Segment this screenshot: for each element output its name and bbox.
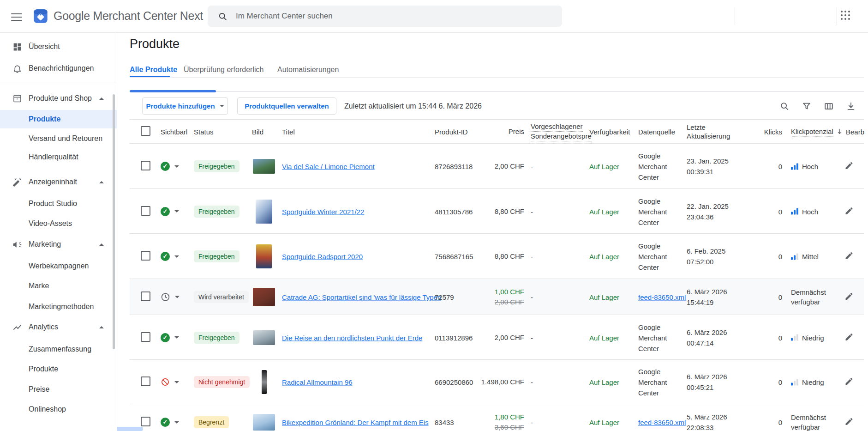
sidebar-item-uebersicht[interactable]: Übersicht <box>0 37 117 56</box>
sidebar-group-marketing[interactable]: Marketing <box>0 235 117 254</box>
search-bar[interactable] <box>208 6 562 27</box>
tab-automatisierungen[interactable]: Automatisierungen <box>277 62 339 78</box>
visibility-cell: ✓ <box>161 333 190 342</box>
feed-link[interactable]: feed-83650.xml <box>638 293 686 301</box>
menu-icon[interactable] <box>11 11 22 21</box>
product-image[interactable] <box>253 288 275 306</box>
sidebar-group-analytics[interactable]: Analytics <box>0 318 117 336</box>
tabs-bottom-border <box>130 77 864 78</box>
download-button[interactable] <box>845 100 857 112</box>
product-image[interactable] <box>256 200 272 224</box>
header-price: Preis <box>461 127 524 137</box>
sidebar-item-analytics-produkte[interactable]: Produkte <box>0 360 117 378</box>
availability: Auf Lager <box>589 334 635 341</box>
sidebar-item-preise[interactable]: Preise <box>0 380 117 399</box>
sidebar-item-produkte[interactable]: Produkte <box>0 110 117 128</box>
product-title-link[interactable]: Radical Allmountain 96 <box>282 378 353 386</box>
chevron-down-icon[interactable] <box>174 336 179 339</box>
select-all-checkbox[interactable] <box>141 126 150 136</box>
add-products-button[interactable]: Produkte hinzufügen <box>142 97 228 115</box>
sidebar-item-haendlerqualitaet[interactable]: Händlerqualität <box>0 148 117 166</box>
pencil-icon <box>844 251 854 261</box>
sidebar-item-marke[interactable]: Marke <box>0 277 117 295</box>
visibility-cell: ✓ <box>161 162 190 171</box>
sidebar-group-produkte-und-shop[interactable]: Produkte und Shop <box>0 89 117 108</box>
product-title-link[interactable]: Catrade AG: Sportartikel sind 'was für l… <box>282 293 441 301</box>
row-checkbox[interactable] <box>141 206 150 216</box>
row-checkbox[interactable] <box>141 417 150 426</box>
chevron-down-icon[interactable] <box>174 381 179 383</box>
line-chart-icon <box>12 322 22 332</box>
product-image[interactable] <box>253 330 275 345</box>
potential-bars-icon <box>791 253 798 260</box>
feed-link[interactable]: feed-83650.xml <box>638 419 686 426</box>
product-title-link[interactable]: Bikexpedition Grönland: Der Kampf mit de… <box>282 419 429 426</box>
tab-alle-produkte[interactable]: Alle Produkte <box>130 62 177 78</box>
manage-product-sources-button[interactable]: Produktquellen verwalten <box>237 97 336 115</box>
sidebar-group-anzeigeninhalt[interactable]: Anzeigeninhalt <box>0 173 117 191</box>
edit-button[interactable] <box>844 206 858 217</box>
product-title-link[interactable]: Via del Sale / Limone Piemont <box>282 163 375 170</box>
chevron-down-icon[interactable] <box>174 165 179 168</box>
tab-ueberpruefung-erforderlich[interactable]: Überprüfung erforderlich <box>184 62 263 78</box>
row-checkbox[interactable] <box>141 291 150 301</box>
edit-button[interactable] <box>844 332 858 343</box>
merchant-center-app: Google Merchant Center Next Übersicht Be… <box>0 0 868 431</box>
pencil-icon <box>844 292 854 301</box>
visibility-cell: ✓ <box>161 207 190 216</box>
header-visibility: Sichtbarl <box>161 128 187 136</box>
chevron-down-icon[interactable] <box>174 421 179 424</box>
merchant-center-logo[interactable] <box>33 9 48 24</box>
table-row: ✓ Freigegeben Die Reise an den nördlichs… <box>130 315 864 360</box>
sidebar-item-marketingmethoden[interactable]: Marketingmethoden <box>0 297 117 316</box>
row-checkbox[interactable] <box>141 251 150 261</box>
page-title: Produkte <box>130 37 180 51</box>
product-image[interactable] <box>253 414 275 431</box>
click-potential-cell: Mittel <box>791 252 845 261</box>
chevron-down-icon[interactable] <box>175 296 180 298</box>
last-updated-cell: 22. Jan. 202523:04:36 <box>687 201 751 222</box>
sidebar-scrollbar[interactable] <box>113 94 115 349</box>
product-image[interactable] <box>253 159 275 174</box>
sale-price: - <box>531 207 581 215</box>
blocked-status-icon <box>161 377 170 387</box>
edit-button[interactable] <box>844 377 858 388</box>
search-input[interactable] <box>235 11 562 21</box>
last-updated-text: Zuletzt aktualisiert um 15:44 6. März 20… <box>344 97 482 115</box>
product-title-link[interactable]: Die Reise an den nördlichsten Punkt der … <box>282 334 422 341</box>
sidebar-item-versand-und-retouren[interactable]: Versand und Retouren <box>0 129 117 148</box>
sidebar-item-onlineshop[interactable]: Onlineshop <box>0 400 117 419</box>
sidebar-item-benachrichtigungen[interactable]: Benachrichtigungen <box>0 59 117 78</box>
data-source: Google Merchant Center <box>638 195 686 227</box>
edit-button[interactable] <box>844 292 858 303</box>
row-checkbox[interactable] <box>141 376 150 386</box>
sidebar-item-zusammenfassung[interactable]: Zusammenfassung <box>0 340 117 358</box>
edit-button[interactable] <box>844 251 858 262</box>
edit-button[interactable] <box>844 417 858 428</box>
discount-price: 1,00 CHF <box>461 287 524 297</box>
row-checkbox[interactable] <box>141 161 150 170</box>
chevron-down-icon[interactable] <box>174 210 179 212</box>
click-potential-cell: Niedrig <box>791 377 845 387</box>
approved-status-icon: ✓ <box>161 162 170 171</box>
row-checkbox[interactable] <box>141 332 150 342</box>
header-click-potential[interactable]: Klickpotenzial <box>791 127 845 137</box>
product-image[interactable] <box>256 244 272 268</box>
potential-bars-icon <box>791 379 798 385</box>
chevron-down-icon[interactable] <box>174 255 179 258</box>
table-scrollbar-track <box>130 91 864 92</box>
edit-button[interactable] <box>844 161 858 172</box>
sidebar-item-product-studio[interactable]: Product Studio <box>0 194 117 213</box>
search-table-button[interactable] <box>778 100 790 112</box>
last-updated-cell: 5. März 202622:08:33 <box>687 412 751 431</box>
sidebar-item-werbekampagnen[interactable]: Werbekampagnen <box>0 257 117 275</box>
product-title-link[interactable]: Sportguide Radsport 2020 <box>282 253 363 261</box>
table-scrollbar-thumb[interactable] <box>130 90 216 92</box>
filter-button[interactable] <box>801 100 813 112</box>
apps-grid-icon[interactable] <box>840 10 855 24</box>
sidebar-item-video-assets[interactable]: Video-Assets <box>0 214 117 233</box>
potential-bars-icon <box>791 334 798 341</box>
product-title-link[interactable]: Sportguide Winter 2021/22 <box>282 207 364 215</box>
columns-button[interactable] <box>823 100 835 112</box>
product-image[interactable] <box>262 370 267 394</box>
